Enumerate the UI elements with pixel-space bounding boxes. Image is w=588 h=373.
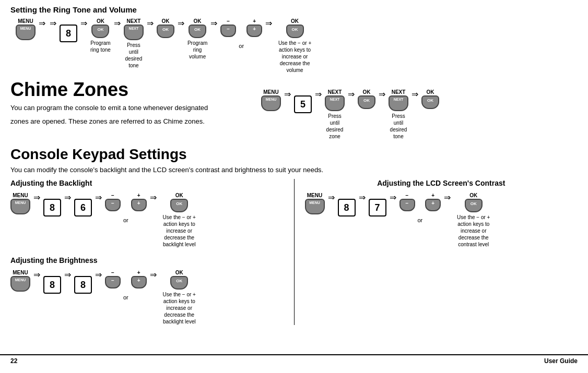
next-label-1: NEXT (127, 18, 141, 24)
step-menu: MENU (16, 18, 36, 42)
menu-label: MENU (18, 18, 33, 24)
section-ring-tone-title: Setting the Ring Tone and Volume (10, 5, 578, 14)
br-plus-button[interactable] (131, 276, 147, 288)
cz-press-zone-label: Pressuntildesiredzone (326, 113, 344, 140)
bl-step-menu: MENU (10, 192, 30, 214)
br-step-8b: 8 (74, 270, 92, 294)
section-ring-tone: Setting the Ring Tone and Volume MENU ⇒ … (10, 5, 578, 74)
minus-button-1[interactable] (220, 25, 236, 37)
step-8: 8 (60, 18, 77, 44)
br-step-menu: MENU (10, 270, 30, 292)
cz-step-next-zone: NEXT Pressuntildesiredzone (325, 89, 345, 140)
step-ok-program-volume: OK Programringvolume (187, 18, 207, 60)
cz-press-tone-label: Pressuntildesiredtone (390, 113, 407, 140)
br-minus-button[interactable] (105, 276, 121, 288)
page-footer: 22 User Guide (0, 354, 588, 367)
contrast-subtitle: Adjusting the LCD Screen's Contrast (305, 179, 578, 187)
step-ok-program-tone: OK Programring tone (90, 18, 111, 53)
br-ok-button[interactable] (170, 276, 188, 290)
right-column: Adjusting the LCD Screen's Contrast MENU… (295, 179, 578, 325)
ct-minus-button[interactable] (399, 199, 415, 211)
ok-label-1: OK (97, 18, 104, 24)
arrow5: ⇒ (147, 18, 154, 28)
cz-next-button-2[interactable] (389, 95, 408, 111)
bl-key-8[interactable]: 8 (43, 199, 61, 216)
bl-minus-button[interactable] (105, 199, 121, 211)
ct-step-7: 7 (369, 192, 386, 216)
step-plus: + (246, 18, 262, 39)
bl-plus-button[interactable] (131, 199, 147, 211)
plus-button-1[interactable] (246, 25, 262, 37)
ct-step-menu: MENU (305, 192, 325, 214)
bl-menu-button[interactable] (10, 199, 30, 214)
cz-key-5[interactable]: 5 (294, 95, 312, 113)
step-next-tone: NEXT Pressuntildesiredtone (124, 18, 144, 69)
ct-step-ok: OK Use the − or + action keys to increas… (454, 192, 493, 248)
cz-next-button-1[interactable] (325, 95, 345, 111)
ok-button-4[interactable] (286, 25, 304, 38)
section-console-keypad: Console Keypad Settings You can modify t… (10, 146, 578, 175)
press-desired-tone-label: Pressuntildesiredtone (125, 42, 143, 69)
user-guide-label: User Guide (544, 357, 578, 365)
key-8[interactable]: 8 (60, 25, 77, 42)
bl-step-minus: − (105, 192, 121, 211)
next-button-1[interactable] (124, 25, 144, 40)
chime-zones-desc2: zones are opened. These zones are referr… (10, 117, 251, 126)
bl-step-ok: OK Use the − or + action keys to increas… (160, 192, 199, 248)
brightness-subtitle: Adjusting the Brightness (10, 256, 284, 264)
arrow6: ⇒ (178, 18, 184, 28)
cz-ok-button-1[interactable] (358, 95, 375, 109)
section-chime-zones: Chime Zones You can program the console … (10, 79, 251, 140)
brightness-section: Adjusting the Brightness MENU ⇒ 8 ⇒ (10, 256, 284, 325)
arrow2: ⇒ (50, 18, 56, 28)
ct-step-minus: − (399, 192, 415, 211)
arrow1: ⇒ (39, 18, 45, 28)
br-step-plus: + (131, 270, 147, 288)
br-menu-button[interactable] (10, 276, 30, 292)
bl-step-8: 8 (43, 192, 61, 216)
ct-step-8: 8 (338, 192, 356, 216)
ct-plus-button[interactable] (425, 199, 441, 211)
chime-zones-steps: MENU ⇒ 5 ⇒ NEXT Pressuntildesiredzone (261, 79, 578, 140)
bl-ok-button[interactable] (170, 199, 188, 212)
cz-menu-button[interactable] (261, 95, 281, 111)
ok-button-1[interactable] (91, 25, 109, 38)
chime-zones-desc1: You can program the console to emit a to… (10, 103, 251, 113)
arrow4: ⇒ (114, 18, 121, 28)
br-step-minus: − (105, 270, 121, 288)
br-key-8b[interactable]: 8 (74, 276, 92, 294)
program-ring-tone-label: Programring tone (90, 40, 111, 53)
cz-step-ok-2: OK (421, 89, 439, 111)
contrast-section: Adjusting the LCD Screen's Contrast MENU… (305, 179, 578, 248)
bl-adjust-label: Use the − or + action keys to increase o… (160, 214, 199, 248)
bl-step-6: 6 (74, 192, 92, 216)
br-adjust-label: Use the − or + action keys to increase o… (160, 291, 199, 325)
arrow7: ⇒ (210, 18, 217, 28)
keypad-settings-columns: Adjusting the Backlight MENU ⇒ 8 ⇒ (10, 179, 578, 325)
console-keypad-title: Console Keypad Settings (10, 146, 578, 163)
br-step-8: 8 (43, 270, 61, 294)
menu-button[interactable] (16, 25, 36, 40)
left-column: Adjusting the Backlight MENU ⇒ 8 ⇒ (10, 179, 295, 325)
bl-step-plus: + (131, 192, 147, 211)
ct-key-8[interactable]: 8 (338, 199, 356, 216)
ct-adjust-label: Use the − or + action keys to increase o… (454, 214, 493, 248)
ct-key-7[interactable]: 7 (369, 199, 386, 216)
arrow3: ⇒ (80, 18, 87, 28)
or-text-1: or (239, 43, 244, 49)
ok-button-2[interactable] (157, 25, 174, 38)
backlight-subtitle: Adjusting the Backlight (10, 179, 284, 187)
cz-step-ok: OK (358, 89, 375, 111)
ct-ok-button[interactable] (465, 199, 483, 212)
br-step-ok: OK Use the − or + action keys to increas… (160, 270, 199, 325)
cz-step-next-tone: NEXT Pressuntildesiredtone (389, 89, 408, 140)
page-number: 22 (10, 357, 17, 365)
volume-adjust-label: Use the − or +action keys toincrease ord… (275, 40, 314, 74)
cz-ok-button-2[interactable] (421, 95, 439, 109)
br-key-8a[interactable]: 8 (43, 276, 61, 294)
cz-step-menu: MENU (261, 89, 281, 113)
chime-zones-title: Chime Zones (10, 79, 251, 101)
bl-key-6[interactable]: 6 (74, 199, 92, 216)
ok-button-3[interactable] (189, 25, 206, 38)
ct-menu-button[interactable] (305, 199, 325, 214)
